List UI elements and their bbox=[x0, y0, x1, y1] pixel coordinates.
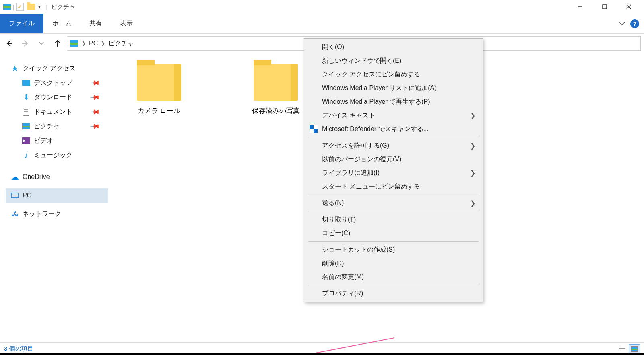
ctx-label: ライブラリに追加(I) bbox=[322, 169, 380, 177]
ctx-label: デバイス キャスト bbox=[322, 111, 375, 120]
tab-file-label: ファイル bbox=[9, 19, 35, 28]
ctx-pin-start[interactable]: スタート メニューにピン留めする bbox=[304, 180, 483, 193]
separator bbox=[308, 241, 479, 242]
sidebar-item-desktop[interactable]: デスクトップ 📌 bbox=[17, 76, 108, 90]
ctx-wmp-add-list[interactable]: Windows Media Player リストに追加(A) bbox=[304, 81, 483, 95]
history-dropdown[interactable] bbox=[35, 37, 48, 50]
qat-newfolder-icon[interactable] bbox=[27, 4, 35, 10]
folder-label: 保存済みの写真 bbox=[252, 106, 300, 115]
chevron-right-icon[interactable]: ❯ bbox=[101, 41, 105, 46]
tab-file[interactable]: ファイル bbox=[0, 14, 43, 33]
forward-button[interactable] bbox=[19, 37, 32, 50]
sidebar-item-onedrive[interactable]: ☁ OneDrive bbox=[6, 170, 108, 184]
details-view-icon bbox=[619, 347, 625, 351]
sidebar-item-downloads[interactable]: ⬇ ダウンロード 📌 bbox=[17, 90, 108, 105]
star-icon: ★ bbox=[10, 64, 20, 73]
ctx-pin-quick-access[interactable]: クイック アクセスにピン留めする bbox=[304, 68, 483, 81]
ctx-copy[interactable]: コピー(C) bbox=[304, 226, 483, 240]
minimize-button[interactable] bbox=[568, 0, 592, 14]
sidebar-item-label: ピクチャ bbox=[34, 122, 60, 131]
back-button[interactable] bbox=[2, 37, 16, 50]
ctx-label: 送る(N) bbox=[322, 199, 344, 207]
sidebar-item-pictures[interactable]: ピクチャ 📌 bbox=[17, 119, 108, 133]
ctx-label: ショートカットの作成(S) bbox=[322, 246, 395, 254]
up-button[interactable] bbox=[51, 37, 64, 50]
sidebar-item-videos[interactable]: ビデオ bbox=[17, 133, 108, 148]
tab-view-label: 表示 bbox=[120, 19, 133, 28]
sidebar-item-pc[interactable]: PC bbox=[6, 188, 108, 203]
large-icons-icon bbox=[631, 346, 638, 352]
ribbon: ファイル ホーム 共有 表示 ? bbox=[0, 14, 644, 34]
view-large-icons-button[interactable] bbox=[629, 344, 640, 354]
separator bbox=[308, 195, 479, 195]
sidebar-item-label: PC bbox=[23, 192, 31, 199]
breadcrumb-pictures[interactable]: ピクチャ bbox=[108, 39, 134, 48]
folder-saved-pictures[interactable]: 保存済みの写真 bbox=[239, 64, 312, 115]
folder-icon bbox=[137, 64, 181, 101]
sidebar-item-label: OneDrive bbox=[23, 173, 50, 181]
sidebar-item-documents[interactable]: ドキュメント 📌 bbox=[17, 105, 108, 119]
submenu-arrow-icon: ❯ bbox=[470, 169, 475, 177]
pin-icon: 📌 bbox=[90, 92, 101, 103]
ctx-open-new-window[interactable]: 新しいウィンドウで開く(E) bbox=[304, 54, 483, 68]
qat-properties-icon[interactable]: ✓ bbox=[16, 3, 24, 11]
submenu-arrow-icon: ❯ bbox=[470, 112, 475, 119]
ctx-open[interactable]: 開く(O) bbox=[304, 40, 483, 54]
ctx-restore-previous[interactable]: 以前のバージョンの復元(V) bbox=[304, 152, 483, 166]
ctx-give-access[interactable]: アクセスを許可する(G)❯ bbox=[304, 139, 483, 152]
sidebar-item-label: クイック アクセス bbox=[23, 64, 76, 73]
context-menu: 開く(O) 新しいウィンドウで開く(E) クイック アクセスにピン留めする Wi… bbox=[304, 38, 483, 302]
ctx-label: 以前のバージョンの復元(V) bbox=[322, 155, 401, 164]
ctx-delete[interactable]: 削除(D) bbox=[304, 257, 483, 270]
onedrive-icon: ☁ bbox=[10, 172, 20, 182]
tab-home-label: ホーム bbox=[52, 19, 72, 28]
tab-share[interactable]: 共有 bbox=[80, 14, 111, 33]
pin-icon: 📌 bbox=[90, 77, 101, 88]
close-button[interactable] bbox=[617, 0, 641, 14]
window-title: ピクチャ bbox=[51, 3, 75, 11]
download-icon: ⬇ bbox=[21, 93, 31, 102]
screen-edge bbox=[0, 353, 644, 355]
ctx-label: アクセスを許可する(G) bbox=[322, 142, 389, 150]
maximize-button[interactable] bbox=[592, 0, 617, 14]
pictures-folder-icon bbox=[3, 4, 11, 10]
ribbon-expand-icon[interactable] bbox=[617, 19, 626, 28]
ctx-properties[interactable]: プロパティ(R) bbox=[304, 287, 483, 300]
sidebar-item-label: ドキュメント bbox=[34, 108, 72, 116]
view-details-button[interactable] bbox=[617, 344, 628, 354]
ctx-send-to[interactable]: 送る(N)❯ bbox=[304, 196, 483, 210]
chevron-right-icon[interactable]: ❯ bbox=[82, 41, 86, 46]
qat-customize-dropdown[interactable]: ▼ bbox=[37, 5, 41, 9]
ctx-cut[interactable]: 切り取り(T) bbox=[304, 213, 483, 226]
tab-home[interactable]: ホーム bbox=[43, 14, 80, 33]
ctx-wmp-play[interactable]: Windows Media Player で再生する(P) bbox=[304, 95, 483, 109]
submenu-arrow-icon: ❯ bbox=[470, 199, 475, 207]
pictures-icon bbox=[21, 123, 31, 129]
pin-icon: 📌 bbox=[90, 106, 101, 117]
ctx-defender-scan[interactable]: Microsoft Defender でスキャンする... bbox=[304, 122, 483, 136]
sidebar-item-label: ミュージック bbox=[34, 151, 72, 160]
ctx-rename[interactable]: 名前の変更(M) bbox=[304, 270, 483, 284]
sidebar-item-network[interactable]: 🖧 ネットワーク bbox=[6, 207, 108, 221]
folder-camera-roll[interactable]: カメラ ロール bbox=[123, 64, 195, 115]
breadcrumb-pc-label: PC bbox=[89, 40, 98, 47]
pc-icon bbox=[10, 193, 20, 198]
window-controls bbox=[568, 0, 641, 14]
ctx-label: 削除(D) bbox=[322, 259, 344, 268]
ctx-cast-device[interactable]: デバイス キャスト❯ bbox=[304, 109, 483, 122]
help-icon[interactable]: ? bbox=[630, 19, 639, 28]
pin-icon: 📌 bbox=[90, 121, 101, 132]
separator: | bbox=[45, 4, 47, 10]
sidebar-item-music[interactable]: ♪ ミュージック bbox=[17, 148, 108, 162]
sidebar-item-quick-access[interactable]: ★ クイック アクセス bbox=[6, 61, 108, 76]
breadcrumb-pc[interactable]: PC bbox=[89, 40, 98, 47]
music-icon: ♪ bbox=[21, 151, 31, 160]
breadcrumb-pictures-label: ピクチャ bbox=[108, 39, 134, 48]
network-icon: 🖧 bbox=[10, 210, 20, 218]
ctx-label: Windows Media Player リストに追加(A) bbox=[322, 84, 437, 92]
tab-view[interactable]: 表示 bbox=[111, 14, 142, 33]
folder-icon bbox=[254, 64, 298, 101]
ctx-add-library[interactable]: ライブラリに追加(I)❯ bbox=[304, 166, 483, 180]
ctx-create-shortcut[interactable]: ショートカットの作成(S) bbox=[304, 243, 483, 257]
ctx-label: コピー(C) bbox=[322, 229, 350, 238]
